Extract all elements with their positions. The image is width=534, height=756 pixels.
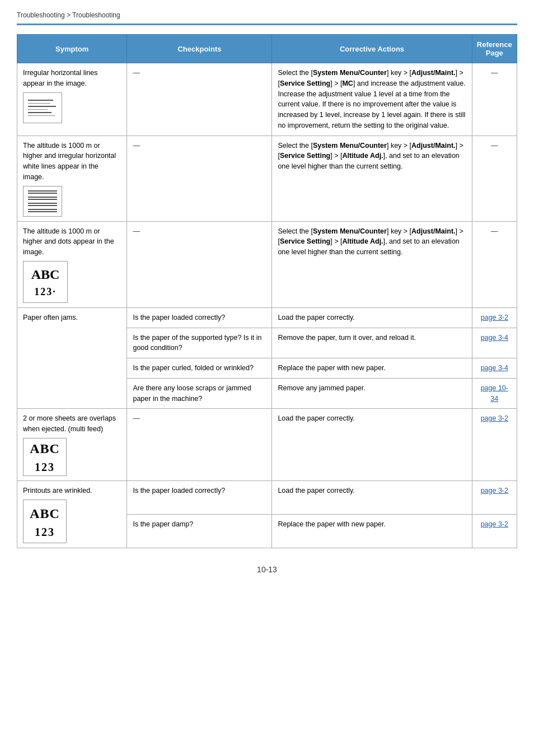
- symptom-image: · · ABC 123· ·: [23, 261, 68, 303]
- symptom-cell: The altitude is 1000 m or higher and dot…: [17, 221, 127, 307]
- corrective-cell: Select the [System Menu/Counter] key > […: [272, 63, 472, 136]
- checkpoint-cell: Are there any loose scraps or jammed pap…: [127, 378, 272, 409]
- reference-cell[interactable]: page 3-4: [472, 328, 517, 358]
- checkpoint-cell: —: [127, 409, 272, 481]
- symptom-cell: Irregular horizontal lines appear in the…: [17, 63, 127, 136]
- reference-link[interactable]: page 3-2: [481, 314, 508, 321]
- reference-cell: —: [472, 221, 517, 307]
- corrective-cell: Remove any jammed paper.: [272, 378, 472, 409]
- checkpoint-cell: —: [127, 221, 272, 307]
- corrective-cell: Replace the paper with new paper.: [272, 358, 472, 379]
- symptom-image: ABC 123: [23, 438, 67, 476]
- table-row: The altitude is 1000 m or higher and dot…: [17, 221, 517, 307]
- symptom-text: The altitude is 1000 m or higher and irr…: [23, 142, 116, 181]
- reference-cell[interactable]: page 3-2: [472, 409, 517, 481]
- symptom-image: [23, 186, 62, 217]
- header-corrective: Corrective Actions: [272, 35, 472, 63]
- corrective-cell: Replace the paper with new paper.: [272, 514, 472, 548]
- corrective-cell: Remove the paper, turn it over, and relo…: [272, 328, 472, 358]
- symptom-cell: 2 or more sheets are overlaps when eject…: [17, 409, 127, 481]
- breadcrumb: Troubleshooting > Troubleshooting: [17, 11, 517, 19]
- table-row: The altitude is 1000 m or higher and irr…: [17, 136, 517, 221]
- reference-link[interactable]: page 10-34: [481, 384, 508, 403]
- header-symptom: Symptom: [17, 35, 127, 63]
- reference-cell[interactable]: page 3-2: [472, 307, 517, 328]
- checkpoint-cell: Is the paper loaded correctly?: [127, 480, 272, 514]
- checkpoint-dash: —: [133, 69, 140, 77]
- symptom-text: The altitude is 1000 m or higher and dot…: [23, 227, 114, 256]
- corrective-cell: Load the paper correctly.: [272, 480, 472, 514]
- checkpoint-cell: Is the paper loaded correctly?: [127, 307, 272, 328]
- troubleshooting-table: Symptom Checkpoints Corrective Actions R…: [17, 34, 517, 548]
- corrective-cell: Select the [System Menu/Counter] key > […: [272, 136, 472, 221]
- symptom-image: ABC 123 〈 〉: [23, 500, 67, 543]
- symptom-cell: The altitude is 1000 m or higher and irr…: [17, 136, 127, 221]
- symptom-cell: Printouts are wrinkled. ABC 123 〈 〉: [17, 480, 127, 548]
- reference-cell[interactable]: page 3-4: [472, 358, 517, 379]
- reference-cell[interactable]: page 10-34: [472, 378, 517, 409]
- reference-link[interactable]: page 3-2: [481, 487, 508, 494]
- corrective-cell: Load the paper correctly.: [272, 307, 472, 328]
- table-row: 2 or more sheets are overlaps when eject…: [17, 409, 517, 481]
- header-reference: Reference Page: [472, 35, 517, 63]
- reference-cell[interactable]: page 3-2: [472, 480, 517, 514]
- symptom-text: Printouts are wrinkled.: [23, 487, 92, 494]
- reference-link[interactable]: page 3-4: [481, 334, 508, 342]
- corrective-cell: Select the [System Menu/Counter] key > […: [272, 221, 472, 307]
- table-row: Paper often jams. Is the paper loaded co…: [17, 307, 517, 328]
- header-checkpoints: Checkpoints: [127, 35, 272, 63]
- reference-cell: —: [472, 136, 517, 221]
- table-row: Printouts are wrinkled. ABC 123 〈 〉 Is t…: [17, 480, 517, 514]
- page-number: 10-13: [17, 565, 517, 574]
- reference-cell: —: [472, 63, 517, 136]
- symptom-image: [23, 92, 62, 123]
- corrective-cell: Load the paper correctly.: [272, 409, 472, 481]
- table-row: Irregular horizontal lines appear in the…: [17, 63, 517, 136]
- checkpoint-cell: Is the paper curled, folded or wrinkled?: [127, 358, 272, 379]
- checkpoint-cell: Is the paper damp?: [127, 514, 272, 548]
- symptom-text: 2 or more sheets are overlaps when eject…: [23, 414, 116, 433]
- symptom-text: Irregular horizontal lines appear in the…: [23, 69, 97, 87]
- checkpoint-cell: —: [127, 63, 272, 136]
- symptom-cell: Paper often jams.: [17, 307, 127, 409]
- reference-link[interactable]: page 3-2: [481, 520, 508, 528]
- checkpoint-cell: —: [127, 136, 272, 221]
- reference-link[interactable]: page 3-2: [481, 414, 508, 422]
- reference-link[interactable]: page 3-4: [481, 364, 508, 372]
- reference-cell[interactable]: page 3-2: [472, 514, 517, 548]
- symptom-text: Paper often jams.: [23, 314, 78, 321]
- checkpoint-cell: Is the paper of the supported type? Is i…: [127, 328, 272, 358]
